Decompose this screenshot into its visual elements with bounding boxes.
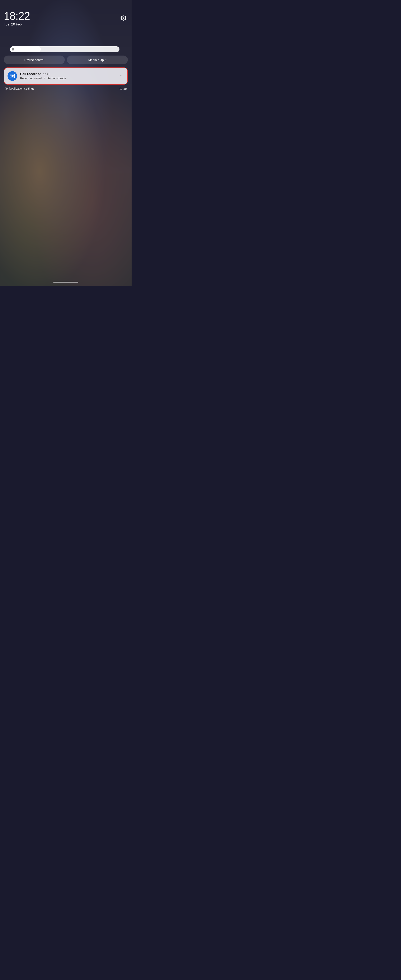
brightness-slider[interactable] [10, 46, 119, 52]
notification-card[interactable]: Call recorded 18:21 Recording saved in i… [4, 67, 128, 84]
notification-app-icon [8, 71, 17, 81]
notification-settings-icon [5, 87, 8, 91]
notification-settings-button[interactable]: Notification settings [5, 87, 34, 91]
media-output-button[interactable]: Media output [67, 56, 128, 64]
notification-content: Call recorded 18:21 Recording saved in i… [20, 72, 116, 80]
control-buttons-row: Device control Media output [0, 56, 132, 67]
notification-body: Recording saved in internal storage [20, 76, 116, 80]
svg-rect-30 [10, 75, 11, 76]
notification-footer: Notification settings Clear [0, 84, 132, 91]
notification-time: 18:21 [43, 73, 50, 76]
notification-title-row: Call recorded 18:21 [20, 72, 116, 76]
brightness-fill [10, 46, 41, 52]
home-indicator [53, 282, 78, 283]
clock-time: 18:22 [4, 10, 30, 22]
brightness-handle [12, 48, 14, 51]
svg-point-32 [6, 88, 7, 89]
notification-expand-chevron[interactable] [119, 73, 124, 80]
settings-button[interactable] [119, 14, 128, 22]
clock-section: 18:22 Tue, 20 Feb [0, 8, 132, 29]
notification-title: Call recorded [20, 72, 41, 76]
device-control-button[interactable]: Device control [4, 56, 65, 64]
clear-notifications-button[interactable]: Clear [119, 87, 127, 91]
svg-rect-31 [13, 75, 14, 76]
clock-date: Tue, 20 Feb [4, 22, 30, 26]
svg-point-10 [123, 18, 124, 19]
svg-point-29 [12, 76, 13, 76]
notification-settings-label: Notification settings [9, 87, 34, 90]
